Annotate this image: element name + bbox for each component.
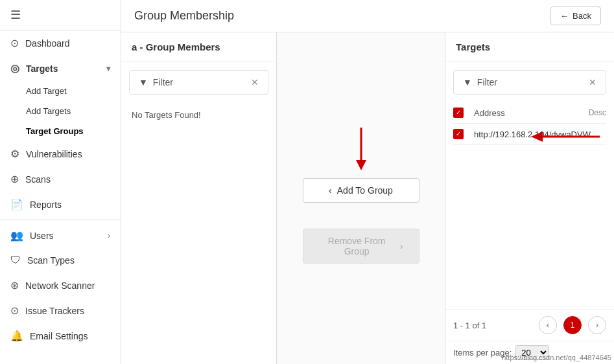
filter-icon: ▼ (463, 77, 472, 87)
email-settings-icon: 🔔 (10, 330, 23, 342)
sidebar-item-label: Reports (30, 199, 62, 210)
sidebar-item-label: Targets (26, 63, 58, 74)
targets-panel: Targets ▼ Filter ✕ Address Desc (445, 32, 614, 364)
sidebar-item-targets[interactable]: ◎ Targets ▾ (0, 56, 121, 81)
page-info: 1 - 1 of 1 (453, 321, 532, 330)
sidebar-item-issue-trackers[interactable]: ⊙ Issue Trackers (0, 298, 121, 323)
svg-marker-1 (356, 160, 366, 170)
right-arrow-icon: › (400, 241, 403, 251)
watermark: https://blog.csdn.net/qq_44874645 (502, 354, 611, 361)
prev-page-button[interactable]: ‹ (539, 316, 557, 334)
row-checkbox-container (453, 129, 469, 139)
sidebar-item-users[interactable]: 👥 Users › (0, 223, 121, 248)
sidebar-item-vulnerabilities[interactable]: ⚙ Vulnerabilities (0, 141, 121, 166)
back-arrow-icon: ← (560, 11, 569, 21)
main-content: Group Membership ← Back a - Group Member… (121, 0, 614, 364)
arrow-container: ‹ Add To Group Remove From Group › (303, 128, 419, 269)
targets-col-headers: Address Desc (453, 102, 606, 124)
page-header: Group Membership ← Back (121, 0, 614, 32)
users-icon: 👥 (10, 229, 23, 242)
scan-types-icon: 🛡 (10, 255, 21, 266)
remove-from-group-label: Remove From Group (319, 236, 395, 256)
sidebar-item-scan-types[interactable]: 🛡 Scan Types (0, 248, 121, 273)
add-to-group-label: Add To Group (337, 185, 393, 196)
sub-item-label: Add Targets (26, 106, 71, 116)
check-col-header (453, 108, 469, 118)
add-to-group-button[interactable]: ‹ Add To Group (303, 178, 419, 203)
back-button[interactable]: ← Back (550, 6, 601, 25)
chevron-right-icon: › (108, 231, 110, 240)
sidebar-item-scans[interactable]: ⊕ Scans (0, 166, 121, 192)
filter-label: Filter (477, 77, 584, 87)
sidebar-item-email-settings[interactable]: 🔔 Email Settings (0, 323, 121, 348)
sidebar-item-label: Users (30, 231, 54, 241)
close-icon[interactable]: ✕ (251, 77, 259, 87)
sub-item-label: Target Groups (26, 126, 84, 136)
close-icon[interactable]: ✕ (589, 77, 596, 87)
sidebar-item-label: Issue Trackers (25, 306, 84, 316)
row-checkbox[interactable] (453, 129, 464, 139)
chevron-down-icon: ▾ (106, 64, 110, 73)
pagination: 1 - 1 of 1 ‹ 1 › (445, 309, 614, 341)
group-members-panel: a - Group Members ▼ Filter ✕ No Targets … (121, 32, 277, 364)
group-members-title: a - Group Members (121, 32, 276, 62)
sidebar-header: ☰ (0, 0, 121, 30)
sidebar-item-network-scanner[interactable]: ⊛ Network Scanner (0, 273, 121, 298)
vulnerabilities-icon: ⚙ (10, 148, 19, 160)
desc-col-header: Desc (589, 108, 606, 117)
sidebar-item-label: Vulnerabilities (26, 149, 82, 159)
sidebar-divider (0, 220, 121, 220)
sidebar-item-label: Dashboard (25, 38, 70, 49)
filter-icon: ▼ (139, 77, 148, 87)
left-arrow-icon: ‹ (329, 185, 332, 196)
sidebar-item-label: Scans (25, 174, 51, 185)
sidebar-item-dashboard[interactable]: ⊙ Dashboard (0, 30, 121, 56)
sidebar-item-label: Scan Types (27, 255, 75, 266)
select-all-checkbox[interactable] (453, 108, 464, 118)
back-label: Back (573, 11, 591, 21)
targets-filter-bar[interactable]: ▼ Filter ✕ (453, 70, 606, 95)
sidebar-item-label: Email Settings (30, 331, 88, 341)
target-url: http://192.168.2.104/dvwaDVW (474, 130, 606, 139)
page-1-button[interactable]: 1 (563, 316, 582, 334)
targets-table: Address Desc http://192.168.2.104/dvwaD (445, 102, 614, 309)
targets-title: Targets (445, 32, 614, 62)
next-page-button[interactable]: › (588, 316, 606, 334)
group-members-filter-bar[interactable]: ▼ Filter ✕ (129, 70, 268, 95)
network-scanner-icon: ⊛ (10, 279, 19, 291)
dashboard-icon: ⊙ (10, 37, 19, 49)
action-panel: ‹ Add To Group Remove From Group › (277, 32, 445, 364)
address-col-header: Address (474, 108, 584, 118)
scans-icon: ⊕ (10, 173, 19, 185)
sidebar-sub-add-target[interactable]: Add Target (0, 81, 121, 101)
remove-from-group-button[interactable]: Remove From Group › (303, 229, 419, 264)
page-title: Group Membership (134, 9, 234, 23)
sidebar-item-reports[interactable]: 📄 Reports (0, 192, 121, 217)
no-targets-text: No Targets Found! (121, 102, 276, 128)
sidebar-item-label: Network Scanner (25, 280, 95, 291)
sidebar-sub-target-groups[interactable]: Target Groups (0, 121, 121, 141)
target-row-container: http://192.168.2.104/dvwaDVW (453, 124, 606, 145)
sidebar: ☰ ⊙ Dashboard ◎ Targets ▾ Add Target Add… (0, 0, 121, 364)
table-row: http://192.168.2.104/dvwaDVW (453, 124, 606, 145)
panels: a - Group Members ▼ Filter ✕ No Targets … (121, 32, 614, 364)
issue-trackers-icon: ⊙ (10, 304, 19, 317)
hamburger-icon[interactable]: ☰ (10, 8, 21, 22)
reports-icon: 📄 (10, 198, 23, 210)
filter-label: Filter (153, 77, 246, 87)
sidebar-sub-add-targets[interactable]: Add Targets (0, 101, 121, 121)
targets-icon: ◎ (10, 62, 19, 74)
sub-item-label: Add Target (26, 86, 67, 96)
red-arrow-down-svg (348, 128, 374, 173)
